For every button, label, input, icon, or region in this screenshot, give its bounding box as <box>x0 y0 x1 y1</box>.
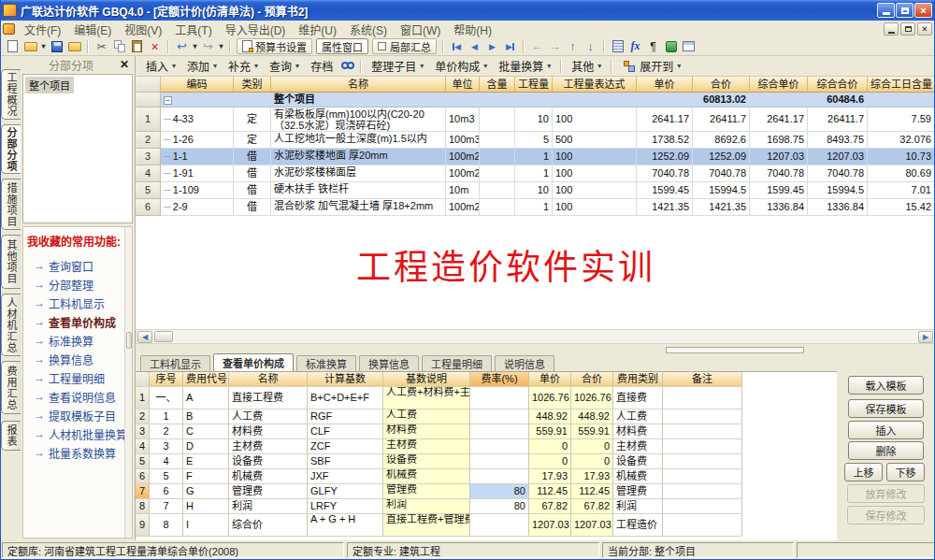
cell[interactable]: 4 <box>136 165 161 182</box>
cell[interactable]: 3 <box>136 149 161 165</box>
cell[interactable]: 26411.7 <box>808 108 868 132</box>
undo-dropdown-icon[interactable]: ▾ <box>191 38 199 54</box>
cell[interactable]: 80.69 <box>868 165 935 182</box>
cell[interactable]: 10.73 <box>868 149 935 165</box>
command-button[interactable]: 整理子目▾ <box>366 58 429 75</box>
cell[interactable]: 80 <box>470 499 529 514</box>
save-icon[interactable] <box>48 38 65 54</box>
cell[interactable]: 1207.03 <box>750 149 808 165</box>
cell[interactable]: CLF <box>308 424 383 439</box>
cell[interactable] <box>663 409 742 424</box>
cell[interactable]: 7040.78 <box>637 165 693 182</box>
cell[interactable]: 管理费 <box>229 484 308 499</box>
cell[interactable] <box>480 132 515 149</box>
detail-tab[interactable]: 工程量明细 <box>422 355 492 371</box>
scrollbar-thumb[interactable] <box>154 331 173 342</box>
menu-item[interactable]: 帮助(H) <box>453 22 492 37</box>
action-button[interactable]: 上移 <box>844 463 883 481</box>
cell[interactable]: 100m3 <box>446 132 480 149</box>
cell[interactable]: 3 <box>150 439 183 454</box>
cell[interactable] <box>663 387 742 409</box>
action-button[interactable]: 插入 <box>848 421 924 439</box>
cell[interactable]: 借 <box>234 199 271 216</box>
cell[interactable] <box>663 514 742 537</box>
cell[interactable]: 60484.6 <box>808 93 868 108</box>
command-button[interactable]: 查询▾ <box>264 58 305 75</box>
cell[interactable] <box>470 387 529 409</box>
cell[interactable]: 管理费 <box>613 484 663 499</box>
cell[interactable]: 5 <box>136 454 150 469</box>
move-down-icon[interactable]: ↓ <box>582 38 599 54</box>
cell[interactable]: 有梁板板厚(mm)100以内(C20-20（32.5水泥）现浇碎石砼) <box>271 108 446 132</box>
cell[interactable]: 利润 <box>383 499 470 514</box>
cell[interactable]: 人工挖地坑一般土深度(m)1.5以内 <box>271 132 446 149</box>
cell[interactable] <box>663 439 742 454</box>
cell[interactable]: 1 <box>136 108 161 132</box>
cell[interactable]: 定 <box>234 132 271 149</box>
cell[interactable]: C <box>183 424 229 439</box>
sidebar-tab-6[interactable]: 费用汇总 <box>1 361 21 414</box>
redo-dropdown-icon[interactable]: ▾ <box>217 38 225 54</box>
cell[interactable]: 1 <box>515 199 553 216</box>
cell[interactable]: 67.82 <box>571 499 613 514</box>
cell[interactable] <box>470 514 529 537</box>
cell[interactable]: 32.076 <box>868 132 935 149</box>
cell[interactable]: 2 <box>150 424 183 439</box>
cell[interactable]: ─4-33 <box>161 108 234 132</box>
cell[interactable]: 水泥砂浆楼地面 厚20mm <box>271 149 446 165</box>
cell[interactable]: 100m2 <box>446 199 480 216</box>
cell[interactable]: 1 <box>515 149 553 165</box>
menu-item[interactable]: 维护(U) <box>298 22 337 37</box>
cell[interactable]: 6 <box>136 199 161 216</box>
cell[interactable]: 2 <box>136 132 161 149</box>
cell[interactable]: 67.82 <box>529 499 571 514</box>
cell[interactable]: 4 <box>136 439 150 454</box>
cell[interactable]: 100 <box>553 182 637 199</box>
undo-icon[interactable]: ↩ <box>173 38 191 54</box>
cell[interactable]: GLFY <box>308 484 383 499</box>
cell[interactable]: E <box>183 454 229 469</box>
cell[interactable]: 80 <box>470 484 529 499</box>
cell[interactable]: 1252.09 <box>693 149 750 165</box>
minimize-button[interactable] <box>877 3 895 18</box>
cell[interactable]: 1599.45 <box>637 182 693 199</box>
sidebar-tab-1[interactable]: 工程概况 <box>1 69 21 120</box>
cell[interactable]: 0 <box>571 439 613 454</box>
menu-item[interactable]: 编辑(E) <box>74 22 111 37</box>
cell[interactable] <box>470 439 529 454</box>
favorite-item[interactable]: →工料机显示 <box>25 294 123 312</box>
cell[interactable]: 直接费 <box>613 387 663 409</box>
cell[interactable]: 15994.5 <box>808 182 868 199</box>
cell[interactable]: 整个项目 <box>271 93 446 108</box>
cell[interactable]: 材料费 <box>383 424 470 439</box>
cell[interactable]: 材料费 <box>613 424 663 439</box>
folder-icon[interactable] <box>65 38 83 54</box>
cell[interactable]: 综合价 <box>229 514 308 537</box>
favorite-item[interactable]: →查看单价构成 <box>25 312 123 331</box>
cell[interactable]: 1698.75 <box>750 132 808 149</box>
cell[interactable]: 5 <box>136 182 161 199</box>
cell[interactable]: ─1-26 <box>161 132 234 149</box>
cell[interactable]: 6 <box>150 484 183 499</box>
cell[interactable]: 7 <box>150 499 183 514</box>
menu-item[interactable]: 窗口(W) <box>400 22 440 37</box>
sidebar-tab-4[interactable]: 其他项目 <box>1 235 21 289</box>
cell[interactable]: 1 <box>136 387 150 409</box>
cell[interactable] <box>480 149 515 165</box>
cell[interactable]: 26411.7 <box>693 108 750 132</box>
cell[interactable]: 448.92 <box>571 409 613 424</box>
detail-tab[interactable]: 工料机显示 <box>140 355 210 371</box>
cell[interactable] <box>750 93 808 108</box>
book-icon[interactable] <box>662 38 680 54</box>
cell[interactable]: G <box>183 484 229 499</box>
cell[interactable]: 工程造价 <box>613 514 663 537</box>
command-button[interactable]: 插入▾ <box>140 58 181 75</box>
move-left-icon[interactable]: ← <box>528 38 546 54</box>
collapse-icon[interactable]: − <box>164 96 172 105</box>
action-button[interactable]: 保存模板 <box>848 399 924 418</box>
command-button[interactable]: 其他▾ <box>566 58 607 75</box>
cell[interactable]: 1599.45 <box>750 182 808 199</box>
cell[interactable]: 利润 <box>613 499 663 514</box>
cell[interactable] <box>470 454 529 469</box>
command-button[interactable]: 添加▾ <box>181 58 223 75</box>
